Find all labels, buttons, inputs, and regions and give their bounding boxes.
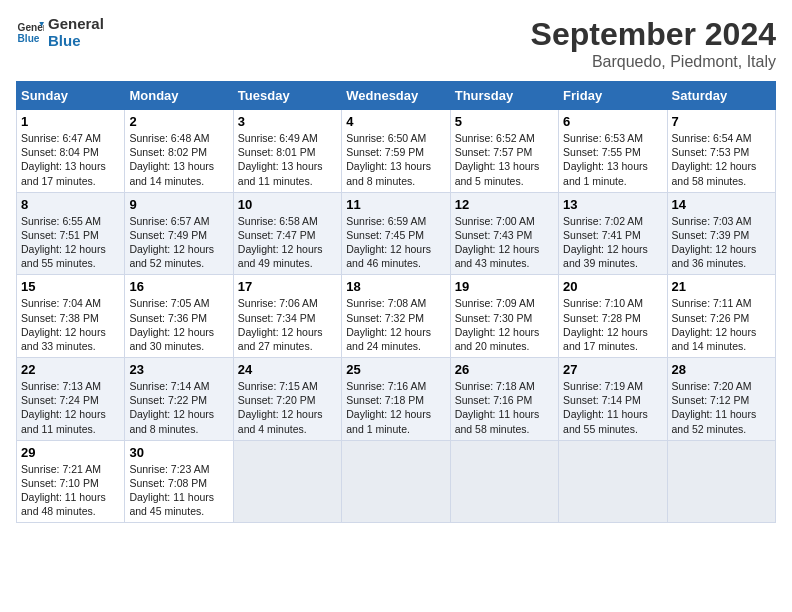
table-row: 20Sunrise: 7:10 AMSunset: 7:28 PMDayligh… (559, 275, 667, 358)
day-number: 27 (563, 362, 662, 377)
day-details: Sunrise: 7:08 AMSunset: 7:32 PMDaylight:… (346, 296, 445, 353)
table-row: 27Sunrise: 7:19 AMSunset: 7:14 PMDayligh… (559, 358, 667, 441)
day-details: Sunrise: 7:02 AMSunset: 7:41 PMDaylight:… (563, 214, 662, 271)
table-row (450, 440, 558, 523)
calendar-week-3: 15Sunrise: 7:04 AMSunset: 7:38 PMDayligh… (17, 275, 776, 358)
table-row: 2Sunrise: 6:48 AMSunset: 8:02 PMDaylight… (125, 110, 233, 193)
day-details: Sunrise: 6:59 AMSunset: 7:45 PMDaylight:… (346, 214, 445, 271)
table-row: 29Sunrise: 7:21 AMSunset: 7:10 PMDayligh… (17, 440, 125, 523)
day-number: 2 (129, 114, 228, 129)
table-row (559, 440, 667, 523)
page-header: General Blue General Blue September 2024… (16, 16, 776, 71)
table-row: 13Sunrise: 7:02 AMSunset: 7:41 PMDayligh… (559, 192, 667, 275)
day-details: Sunrise: 7:13 AMSunset: 7:24 PMDaylight:… (21, 379, 120, 436)
calendar-table: SundayMondayTuesdayWednesdayThursdayFrid… (16, 81, 776, 523)
logo-line2: Blue (48, 33, 104, 50)
table-row: 18Sunrise: 7:08 AMSunset: 7:32 PMDayligh… (342, 275, 450, 358)
day-details: Sunrise: 7:03 AMSunset: 7:39 PMDaylight:… (672, 214, 771, 271)
day-details: Sunrise: 6:47 AMSunset: 8:04 PMDaylight:… (21, 131, 120, 188)
table-row: 3Sunrise: 6:49 AMSunset: 8:01 PMDaylight… (233, 110, 341, 193)
day-details: Sunrise: 7:04 AMSunset: 7:38 PMDaylight:… (21, 296, 120, 353)
day-details: Sunrise: 7:00 AMSunset: 7:43 PMDaylight:… (455, 214, 554, 271)
day-number: 7 (672, 114, 771, 129)
table-row (342, 440, 450, 523)
day-details: Sunrise: 6:48 AMSunset: 8:02 PMDaylight:… (129, 131, 228, 188)
day-number: 30 (129, 445, 228, 460)
day-details: Sunrise: 6:50 AMSunset: 7:59 PMDaylight:… (346, 131, 445, 188)
table-row: 23Sunrise: 7:14 AMSunset: 7:22 PMDayligh… (125, 358, 233, 441)
day-details: Sunrise: 7:18 AMSunset: 7:16 PMDaylight:… (455, 379, 554, 436)
day-details: Sunrise: 7:06 AMSunset: 7:34 PMDaylight:… (238, 296, 337, 353)
day-details: Sunrise: 6:54 AMSunset: 7:53 PMDaylight:… (672, 131, 771, 188)
header-tuesday: Tuesday (233, 82, 341, 110)
header-saturday: Saturday (667, 82, 775, 110)
table-row: 24Sunrise: 7:15 AMSunset: 7:20 PMDayligh… (233, 358, 341, 441)
day-number: 23 (129, 362, 228, 377)
day-details: Sunrise: 6:53 AMSunset: 7:55 PMDaylight:… (563, 131, 662, 188)
table-row: 26Sunrise: 7:18 AMSunset: 7:16 PMDayligh… (450, 358, 558, 441)
table-row: 19Sunrise: 7:09 AMSunset: 7:30 PMDayligh… (450, 275, 558, 358)
day-number: 16 (129, 279, 228, 294)
table-row: 22Sunrise: 7:13 AMSunset: 7:24 PMDayligh… (17, 358, 125, 441)
table-row: 7Sunrise: 6:54 AMSunset: 7:53 PMDaylight… (667, 110, 775, 193)
table-row: 10Sunrise: 6:58 AMSunset: 7:47 PMDayligh… (233, 192, 341, 275)
header-wednesday: Wednesday (342, 82, 450, 110)
table-row: 30Sunrise: 7:23 AMSunset: 7:08 PMDayligh… (125, 440, 233, 523)
calendar-week-1: 1Sunrise: 6:47 AMSunset: 8:04 PMDaylight… (17, 110, 776, 193)
table-row: 14Sunrise: 7:03 AMSunset: 7:39 PMDayligh… (667, 192, 775, 275)
calendar-week-5: 29Sunrise: 7:21 AMSunset: 7:10 PMDayligh… (17, 440, 776, 523)
calendar-header-row: SundayMondayTuesdayWednesdayThursdayFrid… (17, 82, 776, 110)
calendar-week-2: 8Sunrise: 6:55 AMSunset: 7:51 PMDaylight… (17, 192, 776, 275)
day-details: Sunrise: 7:23 AMSunset: 7:08 PMDaylight:… (129, 462, 228, 519)
day-number: 18 (346, 279, 445, 294)
day-number: 29 (21, 445, 120, 460)
day-number: 25 (346, 362, 445, 377)
day-details: Sunrise: 7:19 AMSunset: 7:14 PMDaylight:… (563, 379, 662, 436)
table-row: 17Sunrise: 7:06 AMSunset: 7:34 PMDayligh… (233, 275, 341, 358)
day-details: Sunrise: 7:10 AMSunset: 7:28 PMDaylight:… (563, 296, 662, 353)
table-row: 16Sunrise: 7:05 AMSunset: 7:36 PMDayligh… (125, 275, 233, 358)
table-row: 21Sunrise: 7:11 AMSunset: 7:26 PMDayligh… (667, 275, 775, 358)
table-row: 8Sunrise: 6:55 AMSunset: 7:51 PMDaylight… (17, 192, 125, 275)
day-details: Sunrise: 6:49 AMSunset: 8:01 PMDaylight:… (238, 131, 337, 188)
day-number: 12 (455, 197, 554, 212)
day-number: 4 (346, 114, 445, 129)
day-number: 13 (563, 197, 662, 212)
day-number: 28 (672, 362, 771, 377)
day-details: Sunrise: 7:14 AMSunset: 7:22 PMDaylight:… (129, 379, 228, 436)
header-monday: Monday (125, 82, 233, 110)
table-row (233, 440, 341, 523)
table-row (667, 440, 775, 523)
day-details: Sunrise: 7:20 AMSunset: 7:12 PMDaylight:… (672, 379, 771, 436)
table-row: 1Sunrise: 6:47 AMSunset: 8:04 PMDaylight… (17, 110, 125, 193)
day-details: Sunrise: 7:21 AMSunset: 7:10 PMDaylight:… (21, 462, 120, 519)
svg-text:Blue: Blue (18, 33, 40, 44)
day-number: 11 (346, 197, 445, 212)
logo-line1: General (48, 16, 104, 33)
location-subtitle: Barquedo, Piedmont, Italy (531, 53, 776, 71)
day-details: Sunrise: 6:52 AMSunset: 7:57 PMDaylight:… (455, 131, 554, 188)
logo: General Blue General Blue (16, 16, 104, 49)
table-row: 4Sunrise: 6:50 AMSunset: 7:59 PMDaylight… (342, 110, 450, 193)
logo-icon: General Blue (16, 19, 44, 47)
day-details: Sunrise: 7:15 AMSunset: 7:20 PMDaylight:… (238, 379, 337, 436)
day-number: 22 (21, 362, 120, 377)
day-details: Sunrise: 7:09 AMSunset: 7:30 PMDaylight:… (455, 296, 554, 353)
header-thursday: Thursday (450, 82, 558, 110)
header-sunday: Sunday (17, 82, 125, 110)
table-row: 11Sunrise: 6:59 AMSunset: 7:45 PMDayligh… (342, 192, 450, 275)
day-number: 26 (455, 362, 554, 377)
day-number: 19 (455, 279, 554, 294)
day-number: 17 (238, 279, 337, 294)
day-number: 10 (238, 197, 337, 212)
table-row: 5Sunrise: 6:52 AMSunset: 7:57 PMDaylight… (450, 110, 558, 193)
day-number: 5 (455, 114, 554, 129)
calendar-week-4: 22Sunrise: 7:13 AMSunset: 7:24 PMDayligh… (17, 358, 776, 441)
day-number: 9 (129, 197, 228, 212)
table-row: 28Sunrise: 7:20 AMSunset: 7:12 PMDayligh… (667, 358, 775, 441)
day-number: 8 (21, 197, 120, 212)
day-details: Sunrise: 6:57 AMSunset: 7:49 PMDaylight:… (129, 214, 228, 271)
day-number: 14 (672, 197, 771, 212)
day-number: 20 (563, 279, 662, 294)
day-number: 21 (672, 279, 771, 294)
